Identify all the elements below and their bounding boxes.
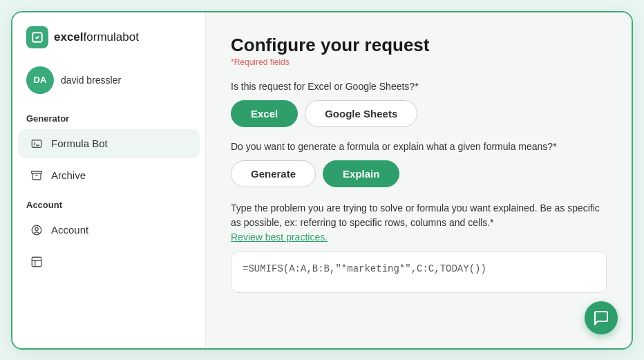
input-description: Type the problem you are trying to solve… — [231, 201, 607, 245]
sidebar-item-account-label: Account — [51, 224, 88, 236]
formula-input[interactable]: =SUMIFS(A:A,B:B,"*marketing*",C:C,TODAY(… — [231, 252, 607, 293]
main-content: Configure your request *Required fields … — [206, 12, 632, 348]
account-section-label: Account — [12, 191, 205, 214]
generate-button[interactable]: Generate — [231, 160, 316, 187]
explain-button[interactable]: Explain — [323, 160, 399, 187]
svg-rect-1 — [32, 140, 41, 147]
svg-point-4 — [35, 227, 39, 231]
sidebar-item-archive[interactable]: Archive — [18, 161, 200, 190]
logo-icon — [26, 26, 48, 48]
sidebar-item-formula-bot-label: Formula Bot — [51, 138, 108, 149]
question-platform: Is this request for Excel or Google Shee… — [231, 81, 607, 92]
generator-section-label: Generator — [12, 105, 205, 128]
avatar: DA — [26, 66, 54, 94]
svg-point-3 — [32, 225, 41, 235]
required-note: *Required fields — [231, 57, 607, 67]
question-action: Do you want to generate a formula or exp… — [231, 141, 607, 152]
chat-fab-button[interactable] — [585, 301, 618, 334]
sidebar-item-account[interactable]: Account — [18, 216, 200, 245]
sidebar: excelformulabot DA david bressler Genera… — [12, 12, 206, 348]
platform-btn-group: Excel Google Sheets — [231, 100, 607, 127]
sidebar-item-formula-bot[interactable]: Formula Bot — [18, 129, 200, 158]
action-btn-group: Generate Explain — [231, 160, 607, 187]
user-section: DA david bressler — [12, 59, 205, 105]
user-name: david bressler — [61, 75, 121, 86]
svg-rect-2 — [32, 171, 42, 173]
review-link[interactable]: Review best practices. — [231, 231, 328, 243]
account-icon — [29, 222, 44, 238]
extra-icon — [29, 254, 44, 269]
sidebar-item-archive-label: Archive — [51, 169, 86, 181]
sidebar-item-extra[interactable] — [18, 247, 200, 276]
logo-text: excelformulabot — [54, 30, 139, 44]
archive-icon — [29, 168, 44, 183]
svg-rect-5 — [32, 257, 41, 267]
logo-area: excelformulabot — [12, 12, 205, 59]
excel-button[interactable]: Excel — [231, 100, 298, 127]
formula-bot-icon — [29, 136, 44, 151]
app-container: excelformulabot DA david bressler Genera… — [11, 11, 633, 350]
google-sheets-button[interactable]: Google Sheets — [305, 100, 417, 127]
page-title: Configure your request — [231, 35, 607, 56]
